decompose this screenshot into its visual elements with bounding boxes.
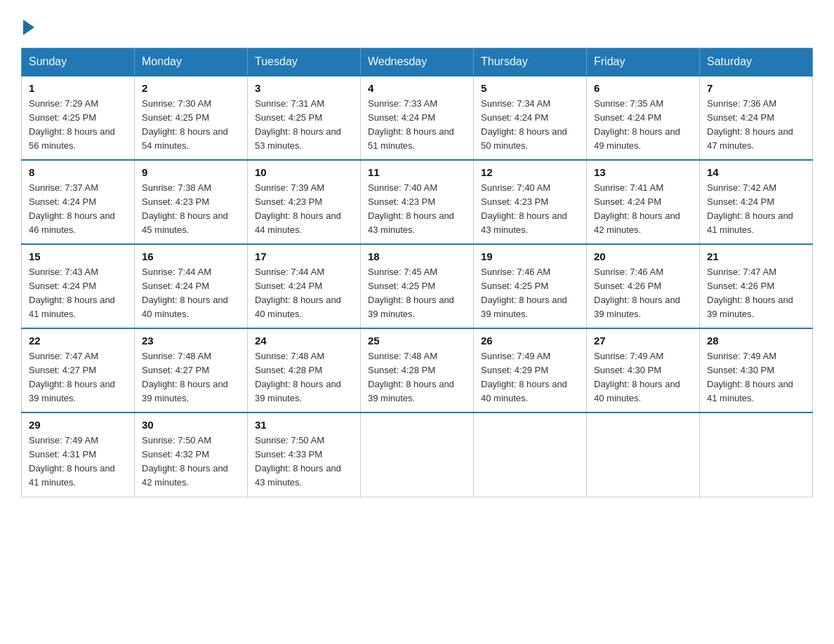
col-header-tuesday: Tuesday — [248, 48, 361, 76]
day-info: Sunrise: 7:47 AMSunset: 4:27 PMDaylight:… — [29, 351, 115, 403]
day-info: Sunrise: 7:39 AMSunset: 4:23 PMDaylight:… — [255, 182, 341, 235]
day-info: Sunrise: 7:35 AMSunset: 4:24 PMDaylight:… — [594, 98, 680, 151]
header — [21, 17, 813, 35]
day-number: 4 — [368, 82, 466, 94]
calendar-row-4: 22 Sunrise: 7:47 AMSunset: 4:27 PMDaylig… — [22, 328, 813, 412]
day-number: 21 — [707, 250, 805, 262]
day-number: 17 — [255, 250, 353, 262]
calendar-cell: 17 Sunrise: 7:44 AMSunset: 4:24 PMDaylig… — [248, 244, 361, 328]
calendar-cell — [474, 412, 587, 497]
col-header-sunday: Sunday — [22, 48, 135, 76]
day-number: 22 — [29, 335, 127, 347]
calendar-cell: 29 Sunrise: 7:49 AMSunset: 4:31 PMDaylig… — [22, 412, 135, 497]
day-number: 13 — [594, 166, 692, 178]
calendar-row-5: 29 Sunrise: 7:49 AMSunset: 4:31 PMDaylig… — [22, 412, 813, 497]
calendar-cell: 1 Sunrise: 7:29 AMSunset: 4:25 PMDayligh… — [22, 76, 135, 160]
day-number: 1 — [29, 82, 127, 94]
day-info: Sunrise: 7:44 AMSunset: 4:24 PMDaylight:… — [142, 267, 228, 319]
calendar-cell: 18 Sunrise: 7:45 AMSunset: 4:25 PMDaylig… — [361, 244, 474, 328]
calendar-cell: 27 Sunrise: 7:49 AMSunset: 4:30 PMDaylig… — [587, 328, 700, 412]
day-info: Sunrise: 7:50 AMSunset: 4:33 PMDaylight:… — [255, 435, 341, 488]
calendar-cell: 16 Sunrise: 7:44 AMSunset: 4:24 PMDaylig… — [135, 244, 248, 328]
day-info: Sunrise: 7:50 AMSunset: 4:32 PMDaylight:… — [142, 435, 228, 488]
day-number: 27 — [594, 335, 692, 347]
day-number: 26 — [481, 335, 579, 347]
calendar-cell: 26 Sunrise: 7:49 AMSunset: 4:29 PMDaylig… — [474, 328, 587, 412]
day-info: Sunrise: 7:30 AMSunset: 4:25 PMDaylight:… — [142, 98, 228, 151]
col-header-friday: Friday — [587, 48, 700, 76]
calendar-cell: 28 Sunrise: 7:49 AMSunset: 4:30 PMDaylig… — [700, 328, 813, 412]
col-header-wednesday: Wednesday — [361, 48, 474, 76]
day-number: 6 — [594, 82, 692, 94]
calendar-cell: 2 Sunrise: 7:30 AMSunset: 4:25 PMDayligh… — [135, 76, 248, 160]
calendar-cell: 3 Sunrise: 7:31 AMSunset: 4:25 PMDayligh… — [248, 76, 361, 160]
day-number: 16 — [142, 250, 240, 262]
day-number: 28 — [707, 335, 805, 347]
calendar-cell: 24 Sunrise: 7:48 AMSunset: 4:28 PMDaylig… — [248, 328, 361, 412]
calendar-cell: 5 Sunrise: 7:34 AMSunset: 4:24 PMDayligh… — [474, 76, 587, 160]
day-info: Sunrise: 7:48 AMSunset: 4:28 PMDaylight:… — [368, 351, 454, 403]
day-info: Sunrise: 7:43 AMSunset: 4:24 PMDaylight:… — [29, 267, 115, 319]
calendar-cell — [700, 412, 813, 497]
calendar-table: SundayMondayTuesdayWednesdayThursdayFrid… — [21, 48, 813, 497]
day-info: Sunrise: 7:49 AMSunset: 4:31 PMDaylight:… — [29, 435, 115, 488]
day-number: 3 — [255, 82, 353, 94]
day-number: 29 — [29, 419, 127, 431]
calendar-cell: 23 Sunrise: 7:48 AMSunset: 4:27 PMDaylig… — [135, 328, 248, 412]
calendar-row-3: 15 Sunrise: 7:43 AMSunset: 4:24 PMDaylig… — [22, 244, 813, 328]
calendar-cell: 11 Sunrise: 7:40 AMSunset: 4:23 PMDaylig… — [361, 160, 474, 244]
calendar-row-1: 1 Sunrise: 7:29 AMSunset: 4:25 PMDayligh… — [22, 76, 813, 160]
calendar-cell: 12 Sunrise: 7:40 AMSunset: 4:23 PMDaylig… — [474, 160, 587, 244]
calendar-cell: 14 Sunrise: 7:42 AMSunset: 4:24 PMDaylig… — [700, 160, 813, 244]
logo-triangle-icon — [23, 20, 34, 35]
col-header-monday: Monday — [135, 48, 248, 76]
day-number: 18 — [368, 250, 466, 262]
day-info: Sunrise: 7:44 AMSunset: 4:24 PMDaylight:… — [255, 267, 341, 319]
col-header-saturday: Saturday — [700, 48, 813, 76]
day-info: Sunrise: 7:33 AMSunset: 4:24 PMDaylight:… — [368, 98, 454, 151]
day-info: Sunrise: 7:49 AMSunset: 4:30 PMDaylight:… — [707, 351, 793, 403]
day-number: 14 — [707, 166, 805, 178]
day-number: 2 — [142, 82, 240, 94]
calendar-cell: 19 Sunrise: 7:46 AMSunset: 4:25 PMDaylig… — [474, 244, 587, 328]
calendar-cell — [587, 412, 700, 497]
day-number: 9 — [142, 166, 240, 178]
day-number: 10 — [255, 166, 353, 178]
calendar-cell: 13 Sunrise: 7:41 AMSunset: 4:24 PMDaylig… — [587, 160, 700, 244]
day-info: Sunrise: 7:47 AMSunset: 4:26 PMDaylight:… — [707, 267, 793, 319]
calendar-cell: 15 Sunrise: 7:43 AMSunset: 4:24 PMDaylig… — [22, 244, 135, 328]
day-number: 7 — [707, 82, 805, 94]
calendar-cell: 8 Sunrise: 7:37 AMSunset: 4:24 PMDayligh… — [22, 160, 135, 244]
day-number: 20 — [594, 250, 692, 262]
day-number: 8 — [29, 166, 127, 178]
day-info: Sunrise: 7:40 AMSunset: 4:23 PMDaylight:… — [481, 182, 567, 235]
calendar-cell: 22 Sunrise: 7:47 AMSunset: 4:27 PMDaylig… — [22, 328, 135, 412]
day-info: Sunrise: 7:48 AMSunset: 4:27 PMDaylight:… — [142, 351, 228, 403]
day-info: Sunrise: 7:42 AMSunset: 4:24 PMDaylight:… — [707, 182, 793, 235]
calendar-cell — [361, 412, 474, 497]
day-info: Sunrise: 7:38 AMSunset: 4:23 PMDaylight:… — [142, 182, 228, 235]
calendar-cell: 4 Sunrise: 7:33 AMSunset: 4:24 PMDayligh… — [361, 76, 474, 160]
day-number: 31 — [255, 419, 353, 431]
day-number: 15 — [29, 250, 127, 262]
day-info: Sunrise: 7:40 AMSunset: 4:23 PMDaylight:… — [368, 182, 454, 235]
day-headers-row: SundayMondayTuesdayWednesdayThursdayFrid… — [22, 48, 813, 76]
day-info: Sunrise: 7:31 AMSunset: 4:25 PMDaylight:… — [255, 98, 341, 151]
day-info: Sunrise: 7:48 AMSunset: 4:28 PMDaylight:… — [255, 351, 341, 403]
calendar-cell: 7 Sunrise: 7:36 AMSunset: 4:24 PMDayligh… — [700, 76, 813, 160]
day-info: Sunrise: 7:46 AMSunset: 4:25 PMDaylight:… — [481, 267, 567, 319]
calendar-row-2: 8 Sunrise: 7:37 AMSunset: 4:24 PMDayligh… — [22, 160, 813, 244]
day-number: 30 — [142, 419, 240, 431]
day-info: Sunrise: 7:49 AMSunset: 4:30 PMDaylight:… — [594, 351, 680, 403]
day-info: Sunrise: 7:45 AMSunset: 4:25 PMDaylight:… — [368, 267, 454, 319]
calendar-cell: 6 Sunrise: 7:35 AMSunset: 4:24 PMDayligh… — [587, 76, 700, 160]
day-info: Sunrise: 7:41 AMSunset: 4:24 PMDaylight:… — [594, 182, 680, 235]
calendar-cell: 10 Sunrise: 7:39 AMSunset: 4:23 PMDaylig… — [248, 160, 361, 244]
day-number: 24 — [255, 335, 353, 347]
day-info: Sunrise: 7:37 AMSunset: 4:24 PMDaylight:… — [29, 182, 115, 235]
day-number: 19 — [481, 250, 579, 262]
calendar-cell: 21 Sunrise: 7:47 AMSunset: 4:26 PMDaylig… — [700, 244, 813, 328]
day-number: 12 — [481, 166, 579, 178]
day-info: Sunrise: 7:34 AMSunset: 4:24 PMDaylight:… — [481, 98, 567, 151]
day-info: Sunrise: 7:49 AMSunset: 4:29 PMDaylight:… — [481, 351, 567, 403]
